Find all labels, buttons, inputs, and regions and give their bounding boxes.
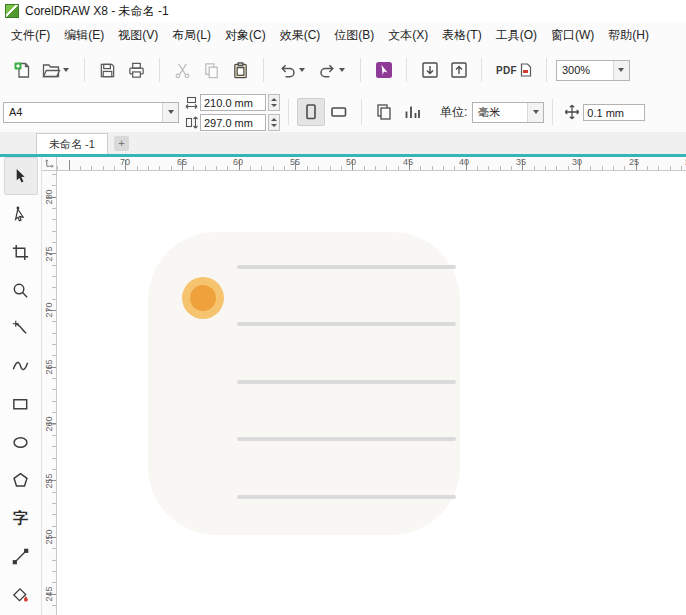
zoom-dropdown-caret[interactable] <box>613 61 629 80</box>
hruler-label: 70 <box>115 157 135 167</box>
new-document-icon <box>12 60 32 80</box>
page-width-icon <box>185 96 198 109</box>
pdf-label: PDF <box>496 65 517 76</box>
open-dropdown-caret[interactable] <box>61 68 71 72</box>
note-line <box>237 495 456 499</box>
toolbar-separator <box>360 58 361 82</box>
menu-bar: 文件(F) 编辑(E) 视图(V) 布局(L) 对象(C) 效果(C) 位图(B… <box>0 22 686 49</box>
title-bar: CorelDRAW X8 - 未命名 -1 <box>0 0 686 22</box>
publish-pdf-button[interactable]: PDF <box>491 57 537 84</box>
menu-tools[interactable]: 工具(O) <box>489 23 544 48</box>
propbar-separator <box>288 99 289 125</box>
text-tool-icon: 字 <box>13 509 28 528</box>
hruler-label: 65 <box>172 157 192 167</box>
nudge-offset-field[interactable]: 0.1 mm <box>583 104 645 121</box>
redo-button[interactable] <box>313 57 351 84</box>
hruler-label: 55 <box>285 157 305 167</box>
drawing-canvas[interactable] <box>57 171 686 615</box>
nudge-four-way-arrow-icon <box>563 103 581 121</box>
shape-tool[interactable] <box>4 195 38 233</box>
bezier-tool[interactable] <box>4 347 38 385</box>
current-page-button[interactable] <box>398 98 426 126</box>
ellipse-tool[interactable] <box>4 423 38 461</box>
note-dot-inner-circle <box>190 285 216 311</box>
menu-edit[interactable]: 编辑(E) <box>57 23 111 48</box>
menu-object[interactable]: 对象(C) <box>218 23 273 48</box>
menu-help[interactable]: 帮助(H) <box>601 23 656 48</box>
paste-button[interactable] <box>227 57 254 84</box>
note-line <box>237 265 456 269</box>
redo-dropdown-caret[interactable] <box>337 68 347 72</box>
app-window: CorelDRAW X8 - 未命名 -1 文件(F) 编辑(E) 视图(V) … <box>0 0 686 615</box>
note-icon-shape[interactable] <box>148 232 460 535</box>
vruler-label: 280 <box>44 186 54 208</box>
import-icon <box>420 60 440 80</box>
vruler-label: 275 <box>44 243 54 265</box>
search-content-button[interactable] <box>370 57 397 84</box>
page-width-field[interactable]: 210.0 mm <box>200 94 266 111</box>
menu-layout[interactable]: 布局(L) <box>165 23 218 48</box>
export-button[interactable] <box>445 57 472 84</box>
zoom-tool-icon <box>11 281 30 300</box>
save-icon <box>98 61 117 80</box>
menu-effects[interactable]: 效果(C) <box>273 23 328 48</box>
save-button[interactable] <box>94 57 121 84</box>
pick-tool[interactable] <box>4 157 38 195</box>
vertical-ruler[interactable]: 280 275 270 265 260 255 250 245 <box>42 171 57 615</box>
zoom-level-combobox[interactable]: 300% <box>556 60 630 81</box>
page-size-combobox[interactable]: A4 <box>3 102 179 123</box>
nudge-button[interactable] <box>561 98 583 126</box>
rectangle-tool[interactable] <box>4 385 38 423</box>
page-size-caret[interactable] <box>162 103 178 122</box>
portrait-button[interactable] <box>297 98 325 126</box>
page-height-stepper[interactable] <box>268 114 280 131</box>
page-height-icon <box>185 116 198 129</box>
units-combobox[interactable]: 毫米 <box>472 102 544 123</box>
vruler-label: 260 <box>44 413 54 435</box>
new-document-button[interactable] <box>8 57 35 84</box>
menu-file[interactable]: 文件(F) <box>4 23 57 48</box>
line-tool[interactable] <box>4 537 38 575</box>
toolbar-separator <box>159 58 160 82</box>
menu-bitmaps[interactable]: 位图(B) <box>327 23 381 48</box>
hruler-label: 35 <box>511 157 531 167</box>
document-tab-bar: 未命名 -1 + <box>0 132 686 154</box>
text-tool[interactable]: 字 <box>4 499 38 537</box>
page-width-stepper[interactable] <box>268 94 280 111</box>
undo-button[interactable] <box>273 57 311 84</box>
app-icon[interactable] <box>5 4 19 18</box>
rectangle-tool-icon <box>11 395 30 414</box>
hruler-label: 40 <box>454 157 474 167</box>
open-button[interactable] <box>37 57 75 84</box>
landscape-button[interactable] <box>325 98 353 126</box>
vertical-ruler-ticks <box>42 171 56 615</box>
print-button[interactable] <box>123 57 150 84</box>
document-tab[interactable]: 未命名 -1 <box>36 133 108 154</box>
menu-window[interactable]: 窗口(W) <box>544 23 601 48</box>
page-height-field[interactable]: 297.0 mm <box>200 114 266 131</box>
search-content-icon <box>374 60 394 80</box>
horizontal-ruler[interactable]: 70 65 60 55 50 45 40 35 30 25 20 <box>57 157 686 171</box>
toolbox: 字 <box>0 157 42 615</box>
hruler-label: 25 <box>624 157 644 167</box>
property-bar: A4 210.0 mm 297.0 mm <box>0 92 686 133</box>
polygon-tool[interactable] <box>4 461 38 499</box>
ruler-origin-button[interactable] <box>42 157 57 171</box>
current-page-icon <box>402 102 422 122</box>
undo-dropdown-caret[interactable] <box>297 68 307 72</box>
zoom-tool[interactable] <box>4 271 38 309</box>
add-page-button[interactable]: + <box>114 136 129 151</box>
freehand-tool[interactable] <box>4 309 38 347</box>
menu-table[interactable]: 表格(T) <box>435 23 488 48</box>
import-button[interactable] <box>416 57 443 84</box>
crop-tool[interactable] <box>4 233 38 271</box>
all-pages-button[interactable] <box>370 98 398 126</box>
hruler-label: 45 <box>398 157 418 167</box>
menu-view[interactable]: 视图(V) <box>111 23 165 48</box>
interactive-fill-tool[interactable] <box>4 575 38 613</box>
menu-text[interactable]: 文本(X) <box>381 23 435 48</box>
note-line <box>237 380 456 384</box>
units-label: 单位: <box>440 104 467 121</box>
units-caret[interactable] <box>527 103 543 122</box>
toolbar-separator <box>406 58 407 82</box>
